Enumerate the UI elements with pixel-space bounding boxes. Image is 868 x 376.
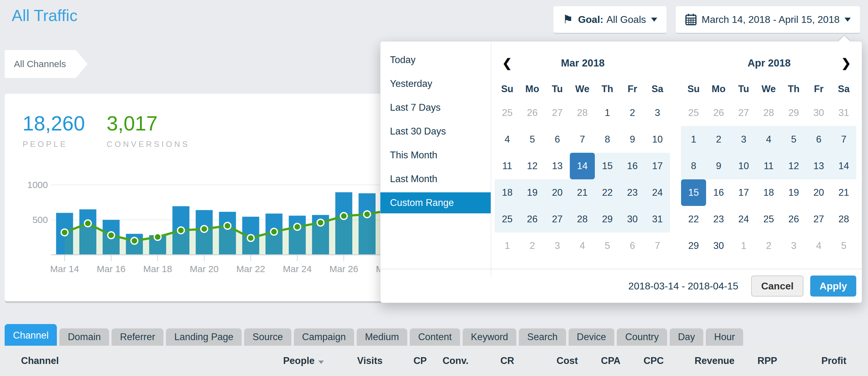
day-cell[interactable]: 4 bbox=[806, 233, 831, 259]
day-cell[interactable]: 1 bbox=[495, 233, 520, 259]
day-cell[interactable]: 12 bbox=[781, 153, 806, 179]
day-cell[interactable]: 12 bbox=[520, 153, 545, 179]
day-cell[interactable]: 18 bbox=[495, 179, 520, 206]
range-option-yesterday[interactable]: Yesterday bbox=[380, 73, 491, 94]
tab-channel[interactable]: Channel bbox=[5, 324, 57, 347]
day-cell[interactable]: 27 bbox=[806, 206, 831, 233]
range-option-today[interactable]: Today bbox=[380, 50, 491, 70]
column-header-cost[interactable]: Cost bbox=[514, 355, 578, 367]
day-cell[interactable]: 11 bbox=[756, 153, 781, 179]
column-header-cpc[interactable]: CPC bbox=[620, 355, 664, 367]
day-cell[interactable]: 9 bbox=[620, 126, 645, 153]
day-cell[interactable]: 3 bbox=[731, 126, 756, 153]
conversions-point[interactable] bbox=[294, 224, 301, 230]
column-header-conv[interactable]: Conv. bbox=[427, 355, 468, 367]
day-cell[interactable]: 25 bbox=[495, 99, 520, 126]
tab-medium[interactable]: Medium bbox=[356, 328, 407, 346]
tab-keyword[interactable]: Keyword bbox=[463, 328, 517, 346]
day-cell[interactable]: 18 bbox=[756, 179, 781, 206]
day-cell[interactable]: 29 bbox=[595, 206, 620, 233]
day-cell[interactable]: 30 bbox=[706, 233, 731, 259]
conversions-point[interactable] bbox=[317, 219, 324, 226]
column-header-channel[interactable]: Channel bbox=[21, 355, 259, 367]
day-cell[interactable]: 31 bbox=[831, 99, 856, 126]
day-cell[interactable]: 23 bbox=[706, 206, 731, 233]
column-header-cpa[interactable]: CPA bbox=[578, 355, 620, 367]
day-cell[interactable]: 4 bbox=[756, 126, 781, 153]
day-cell[interactable]: 7 bbox=[570, 126, 595, 153]
conversions-point[interactable] bbox=[247, 235, 254, 241]
conversions-point[interactable] bbox=[341, 213, 347, 220]
day-cell[interactable]: 29 bbox=[681, 233, 706, 259]
day-cell[interactable]: 28 bbox=[570, 99, 595, 126]
conversions-point[interactable] bbox=[178, 227, 184, 234]
day-cell[interactable]: 20 bbox=[806, 179, 831, 206]
day-cell[interactable]: 24 bbox=[731, 206, 756, 233]
day-cell[interactable]: 7 bbox=[831, 126, 856, 153]
day-cell[interactable]: 1 bbox=[595, 99, 620, 126]
tab-content[interactable]: Content bbox=[410, 328, 460, 346]
day-cell[interactable]: 17 bbox=[645, 153, 670, 179]
day-cell[interactable]: 5 bbox=[595, 233, 620, 259]
day-cell[interactable]: 25 bbox=[495, 206, 520, 233]
conversions-point[interactable] bbox=[61, 229, 68, 236]
day-cell[interactable]: 22 bbox=[681, 206, 706, 233]
day-cell[interactable]: 4 bbox=[495, 126, 520, 153]
column-header-rpp[interactable]: RPP bbox=[735, 355, 777, 367]
day-cell[interactable]: 8 bbox=[681, 153, 706, 179]
day-cell[interactable]: 16 bbox=[620, 153, 645, 179]
conversions-point[interactable] bbox=[84, 220, 91, 227]
day-cell[interactable]: 19 bbox=[781, 179, 806, 206]
day-cell[interactable]: 26 bbox=[520, 206, 545, 233]
day-cell[interactable]: 31 bbox=[645, 206, 670, 233]
conversions-point[interactable] bbox=[364, 211, 371, 218]
tab-landing-page[interactable]: Landing Page bbox=[166, 328, 242, 346]
conversions-point[interactable] bbox=[201, 225, 208, 232]
tab-referrer[interactable]: Referrer bbox=[112, 328, 163, 346]
conversions-point[interactable] bbox=[271, 228, 278, 235]
tab-country[interactable]: Country bbox=[617, 328, 667, 346]
day-cell[interactable]: 17 bbox=[731, 179, 756, 206]
day-cell[interactable]: 28 bbox=[756, 99, 781, 126]
day-cell[interactable]: 2 bbox=[620, 99, 645, 126]
day-cell[interactable]: 1 bbox=[731, 233, 756, 259]
goal-selector-button[interactable]: ⚑ Goal: All Goals bbox=[553, 6, 666, 33]
conversions-point[interactable] bbox=[224, 222, 231, 229]
day-cell[interactable]: 24 bbox=[645, 179, 670, 206]
column-header-visits[interactable]: Visits bbox=[324, 355, 382, 367]
day-cell[interactable]: 25 bbox=[756, 206, 781, 233]
day-cell[interactable]: 27 bbox=[545, 206, 570, 233]
column-header-revenue[interactable]: Revenue bbox=[664, 355, 735, 367]
column-header-cp[interactable]: CP bbox=[382, 355, 427, 367]
day-cell[interactable]: 14 bbox=[570, 153, 595, 179]
chevron-left-icon[interactable]: ❮ bbox=[502, 57, 512, 69]
day-cell[interactable]: 6 bbox=[620, 233, 645, 259]
tab-day[interactable]: Day bbox=[670, 328, 703, 346]
day-cell[interactable]: 28 bbox=[831, 206, 856, 233]
day-cell[interactable]: 3 bbox=[781, 233, 806, 259]
day-cell[interactable]: 16 bbox=[706, 179, 731, 206]
day-cell[interactable]: 2 bbox=[706, 126, 731, 153]
tab-search[interactable]: Search bbox=[519, 328, 566, 346]
day-cell[interactable]: 30 bbox=[620, 206, 645, 233]
day-cell[interactable]: 15 bbox=[595, 153, 620, 179]
day-cell[interactable]: 13 bbox=[545, 153, 570, 179]
cancel-button[interactable]: Cancel bbox=[751, 276, 803, 296]
day-cell[interactable]: 4 bbox=[570, 233, 595, 259]
day-cell[interactable]: 27 bbox=[545, 99, 570, 126]
column-header-profit[interactable]: Profit bbox=[777, 355, 846, 367]
day-cell[interactable]: 14 bbox=[831, 153, 856, 179]
tab-device[interactable]: Device bbox=[568, 328, 615, 346]
column-header-people[interactable]: People bbox=[259, 355, 324, 367]
day-cell[interactable]: 10 bbox=[731, 153, 756, 179]
day-cell[interactable]: 26 bbox=[781, 206, 806, 233]
range-option-last-month[interactable]: Last Month bbox=[380, 169, 491, 190]
day-cell[interactable]: 27 bbox=[731, 99, 756, 126]
tab-source[interactable]: Source bbox=[244, 328, 291, 346]
day-cell[interactable]: 15 bbox=[681, 179, 706, 206]
day-cell[interactable]: 6 bbox=[545, 126, 570, 153]
day-cell[interactable]: 28 bbox=[570, 206, 595, 233]
chevron-right-icon[interactable]: ❯ bbox=[841, 57, 851, 69]
range-option-last-30-days[interactable]: Last 30 Days bbox=[380, 121, 491, 142]
day-cell[interactable]: 3 bbox=[645, 99, 670, 126]
